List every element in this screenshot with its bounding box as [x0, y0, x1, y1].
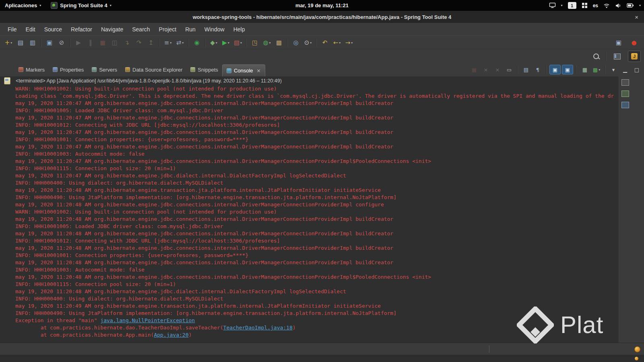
tab-properties[interactable]: Properties: [49, 63, 88, 76]
remove-all-launches-button[interactable]: ×: [492, 65, 503, 74]
applications-menu[interactable]: Aplicaciones ▾: [5, 2, 41, 8]
menu-window[interactable]: Window: [200, 23, 229, 35]
stacktrace-link[interactable]: TeacherDaoImpl.java:18: [223, 325, 293, 331]
maximize-view-button[interactable]: □: [632, 65, 642, 74]
tab-snippets[interactable]: Snippets: [186, 63, 222, 76]
open-type-icon: ◎: [293, 40, 298, 46]
window-close-button[interactable]: ×: [635, 11, 638, 23]
console-text: may 19, 2020 11:20:49 AM org.hibernate.e…: [15, 303, 381, 309]
run-history-button[interactable]: ≡▾: [162, 37, 173, 48]
console-text: INFO: HHH10001012: Connecting with JDBC …: [15, 238, 280, 244]
tab-label: Properties: [60, 67, 84, 73]
terminate-console-button[interactable]: ■: [469, 65, 479, 74]
minimized-view-icon[interactable]: [621, 90, 629, 97]
tab-data-source-explorer[interactable]: Data Source Explorer: [121, 63, 186, 76]
right-view-strip: [618, 76, 644, 343]
forward-icon: →: [345, 40, 351, 46]
stacktrace-link[interactable]: java.lang.NullPointerException: [100, 317, 195, 323]
active-app-menu[interactable]: Spring Tool Suite 4 ▾: [51, 2, 111, 9]
menu-source[interactable]: Source: [40, 23, 66, 35]
stacktrace-link[interactable]: App.java:20: [154, 332, 188, 338]
tab-servers[interactable]: Servers: [88, 63, 121, 76]
relaunch-button[interactable]: ◉: [191, 37, 202, 48]
save-all-button[interactable]: ▥: [27, 37, 38, 48]
forward-button[interactable]: →▾: [343, 37, 355, 48]
app-grid-icon[interactable]: [582, 2, 588, 8]
battery-icon[interactable]: [627, 3, 634, 8]
view-menu-button[interactable]: ▾: [608, 65, 619, 74]
pin-editor-button[interactable]: ▣: [613, 37, 624, 48]
open-type-button[interactable]: ◎: [290, 37, 301, 48]
display-icon[interactable]: [549, 2, 556, 8]
tab-label: Servers: [99, 67, 117, 73]
console-view[interactable]: <terminated> App [Java Application] /usr…: [0, 76, 618, 343]
new-package-button[interactable]: ▩: [273, 37, 285, 48]
new-java-project-button[interactable]: ◳: [249, 37, 260, 48]
console-text: INFO: HHH10001012: Connecting with JDBC …: [15, 122, 280, 128]
console-line: may 19, 2020 11:20:48 AM org.hibernate.e…: [15, 230, 618, 237]
console-text: at com.practicas.hibernate.App.main(: [15, 332, 154, 338]
data-source-explorer-icon: [125, 67, 130, 72]
menu-file[interactable]: File: [3, 23, 21, 35]
terminate-button[interactable]: ■: [97, 37, 108, 48]
console-line: may 19, 2020 11:20:48 AM org.hibernate.e…: [15, 216, 618, 223]
java-perspective-button[interactable]: J: [628, 51, 641, 62]
last-edit-location-button[interactable]: ↶: [319, 37, 330, 48]
save-button[interactable]: ▤: [15, 37, 26, 48]
volume-icon[interactable]: [615, 3, 621, 8]
disconnect-button[interactable]: ◫: [109, 37, 120, 48]
tab-close-icon[interactable]: ×: [257, 68, 261, 74]
remove-launch-icon: ×: [484, 67, 488, 72]
active-app-label: Spring Tool Suite 4: [60, 2, 107, 8]
minimized-view-icon[interactable]: [621, 102, 629, 108]
menu-refactor[interactable]: Refactor: [66, 23, 97, 35]
skip-all-breakpoints-button[interactable]: ⊘: [56, 37, 67, 48]
suspend-button[interactable]: ‖: [85, 37, 96, 48]
minimize-view-button[interactable]: ▁: [620, 65, 630, 74]
notification-icon[interactable]: [634, 346, 640, 352]
markers-icon: [19, 67, 23, 72]
scroll-lock-button[interactable]: ▤: [521, 65, 531, 74]
menu-edit[interactable]: Edit: [21, 23, 40, 35]
coverage-button[interactable]: ▧▾: [232, 37, 244, 48]
search-button[interactable]: ⊙▾: [302, 37, 314, 48]
search-icon[interactable]: [593, 53, 599, 59]
console-type-icon: [4, 77, 10, 84]
resume-button[interactable]: ▶: [73, 37, 84, 48]
clear-console-button[interactable]: ▭: [504, 65, 514, 74]
open-console-main-button[interactable]: ▣: [44, 37, 55, 48]
restore-view-icon[interactable]: [621, 79, 629, 86]
step-return-button[interactable]: ↥: [145, 37, 157, 48]
toolbar-separator: [246, 38, 247, 47]
external-tools-button[interactable]: ⇄▾: [174, 37, 186, 48]
display-selected-console-button[interactable]: ▦: [580, 65, 590, 74]
menu-search[interactable]: Search: [128, 23, 154, 35]
menu-navigate[interactable]: Navigate: [97, 23, 128, 35]
window-titlebar[interactable]: workspace-spring-tools - hibernate/src/m…: [0, 11, 644, 23]
open-perspective-button[interactable]: [611, 51, 623, 62]
show-when-stderr-changes-button[interactable]: ▣: [562, 65, 573, 74]
new-class-button[interactable]: ◍▾: [261, 37, 272, 48]
back-button[interactable]: ←▾: [331, 37, 343, 48]
tab-console[interactable]: Console×: [222, 64, 265, 76]
menu-project[interactable]: Project: [155, 23, 181, 35]
open-console-button[interactable]: ▩▾: [591, 65, 602, 74]
show-when-stdout-changes-button[interactable]: ▣: [549, 65, 561, 74]
menu-help[interactable]: Help: [229, 23, 250, 35]
open-console-main-icon: ▣: [47, 40, 52, 46]
tab-markers[interactable]: Markers: [14, 63, 49, 76]
new-wizard-button[interactable]: +▾: [3, 37, 14, 48]
console-line: Exception in thread "main" java.lang.Nul…: [15, 317, 618, 324]
menu-run[interactable]: Run: [181, 23, 200, 35]
step-into-button[interactable]: ↴: [121, 37, 132, 48]
spring-sphere-button[interactable]: ●: [628, 37, 640, 48]
clock[interactable]: mar, 19 de may, 11:21: [295, 2, 349, 8]
workspace-indicator[interactable]: 1: [568, 2, 576, 9]
wifi-icon[interactable]: [603, 3, 610, 8]
word-wrap-button[interactable]: ¶: [533, 65, 543, 74]
remove-launch-button[interactable]: ×: [481, 65, 491, 74]
keyboard-layout-indicator[interactable]: es: [593, 3, 598, 8]
run-button[interactable]: ▶▾: [220, 37, 231, 48]
step-over-button[interactable]: ↷: [133, 37, 144, 48]
debug-button[interactable]: ◆▾: [208, 37, 219, 48]
